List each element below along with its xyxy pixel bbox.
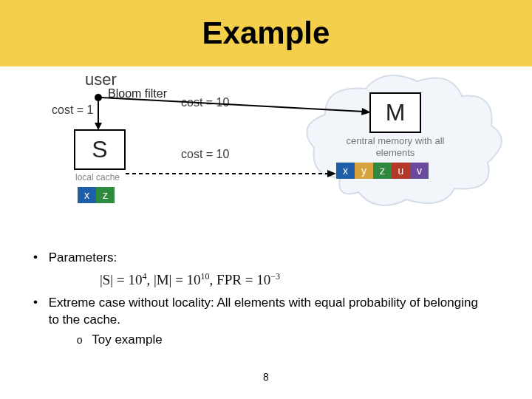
cost-local-label: cost = 1	[52, 103, 93, 117]
bullet-extreme-case: • Extreme case without locality: All ele…	[33, 295, 499, 349]
m-cells-strip: x y z u v	[336, 163, 429, 179]
m-cell: x	[336, 163, 355, 179]
m-box-label: M	[386, 99, 406, 126]
parameters-formula: |S| = 104, |M| = 1010, FPR = 10−3	[100, 271, 280, 288]
page-number: 8	[0, 371, 532, 383]
svg-marker-5	[327, 170, 336, 177]
m-cell: z	[373, 163, 392, 179]
sub-bullet-marker-icon: o	[77, 332, 83, 348]
bullet-parameters: • Parameters:	[33, 250, 499, 267]
s-box: S	[74, 129, 126, 170]
sub-bullet-toy: o Toy example	[77, 332, 485, 349]
m-cell: y	[355, 163, 373, 179]
s-cells-strip: x z	[78, 187, 115, 203]
s-box-label: S	[92, 136, 107, 163]
diagram-area: user Bloom filter cost = 1 cost = 10 cos…	[0, 66, 532, 255]
central-memory-label: central memory with all elements	[336, 135, 454, 158]
sub-bullet-toy-text: Toy example	[92, 332, 162, 349]
m-cell: u	[392, 163, 410, 179]
arrow-s-to-m-dashed-icon	[126, 166, 340, 181]
m-cell: v	[410, 163, 429, 179]
bullet-marker-icon: •	[33, 295, 38, 310]
local-cache-label: local cache	[75, 172, 120, 183]
s-cell: z	[96, 187, 115, 203]
arrow-user-to-m-icon	[101, 96, 375, 118]
bullet-extreme-case-text: Extreme case without locality: All eleme…	[49, 295, 485, 349]
title-band: Example	[0, 0, 532, 66]
s-cell: x	[78, 187, 96, 203]
bullet-list: • Parameters: • Extreme case without loc…	[33, 250, 499, 377]
bullet-marker-icon: •	[33, 250, 38, 265]
m-box: M	[369, 92, 421, 133]
cost-remote-lower-label: cost = 10	[181, 148, 229, 161]
bullet-parameters-text: Parameters:	[49, 250, 485, 267]
slide-title: Example	[202, 16, 330, 51]
svg-line-2	[101, 98, 364, 112]
